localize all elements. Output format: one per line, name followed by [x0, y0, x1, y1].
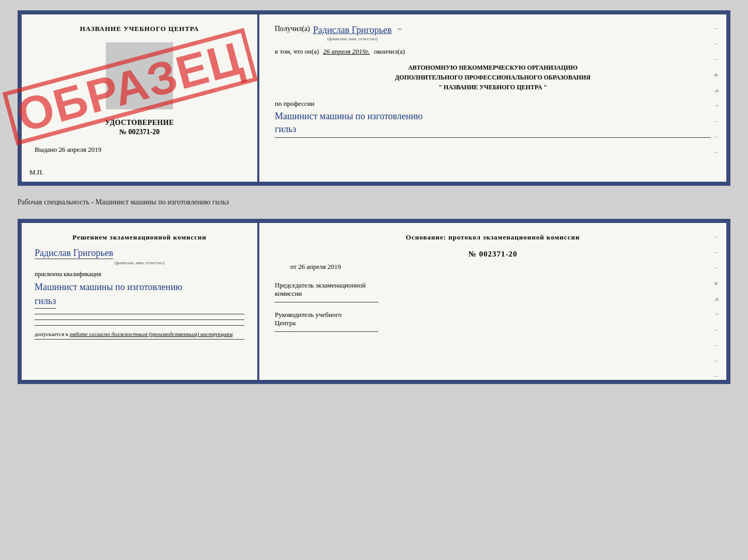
recipient-name-bottom: Радислав Григорьев	[35, 248, 113, 259]
rukovoditel-signature	[275, 331, 378, 332]
qual-line2: гильз	[35, 294, 56, 309]
top-left-panel: НАЗВАНИЕ УЧЕБНОГО ЦЕНТРА УДОСТОВЕРЕНИЕ №…	[22, 14, 259, 182]
org-line1: АВТОНОМНУЮ НЕКОММЕРЧЕСКУЮ ОРГАНИЗАЦИЮ	[275, 63, 711, 73]
v-tom-row: в том, что он(а) 26 апреля 2019г. окончи…	[275, 47, 711, 56]
resheniem-title: Решением экзаменационной комиссии	[35, 233, 244, 242]
ot-label: от	[290, 263, 297, 270]
bottom-line-3	[35, 325, 244, 326]
top-right-panel: Получил(а) Радислав Григорьев (фамилия, …	[259, 14, 726, 182]
bottom-left-panel: Решением экзаменационной комиссии Радисл…	[22, 223, 259, 380]
vydano-label: Выдано	[35, 146, 57, 153]
right-side-decorations: – – – и ,а ← – – –	[714, 25, 720, 155]
bottom-lines-left	[35, 314, 244, 326]
udostoverenie-label: УДОСТОВЕРЕНИЕ	[105, 119, 174, 127]
recipient-name-top: Радислав Григорьев	[313, 25, 392, 36]
between-label: Рабочая специальность - Машинист машины …	[18, 195, 730, 210]
photo-placeholder	[106, 42, 173, 109]
osnovanie-title: Основание: протокол экзаменационной коми…	[275, 233, 711, 242]
bottom-line-2	[35, 319, 244, 320]
po-professii-label: по профессии	[275, 100, 711, 108]
vydano-row: Выдано 26 апреля 2019	[35, 146, 101, 154]
predsedatel-block: Председатель экзаменационной комиссии	[275, 281, 711, 302]
predsedatel-line1: Председатель экзаменационной	[275, 281, 711, 290]
protocol-date-row: от 26 апреля 2019	[290, 263, 711, 271]
okonchil-label: окончил(а)	[374, 47, 405, 56]
dash-after-name: –	[398, 25, 401, 33]
protocol-date-value: 26 апреля 2019	[298, 263, 341, 270]
bottom-line-1	[35, 314, 244, 314]
prisvoena-label: присвоена квалификация	[35, 270, 244, 278]
organization-block: АВТОНОМНУЮ НЕКОММЕРЧЕСКУЮ ОРГАНИЗАЦИЮ ДО…	[275, 63, 711, 93]
bottom-name-block: Радислав Григорьев (фамилия, имя, отчест…	[35, 248, 244, 265]
edu-center-title-top: НАЗВАНИЕ УЧЕБНОГО ЦЕНТРА	[80, 25, 199, 33]
dopuskaetsya-row: допускается к работе согласно должностны…	[35, 331, 244, 337]
bottom-certificate: Решением экзаменационной комиссии Радисл…	[18, 219, 730, 384]
poluchil-row: Получил(а) Радислав Григорьев (фамилия, …	[275, 25, 711, 41]
rukovoditel-line1: Руководитель учебного	[275, 311, 711, 319]
org-line2: ДОПОЛНИТЕЛЬНОГО ПРОФЕССИОНАЛЬНОГО ОБРАЗО…	[275, 73, 711, 83]
bottom-right-panel: Основание: протокол экзаменационной коми…	[259, 223, 726, 380]
protocol-number: № 002371-20	[275, 250, 711, 259]
dopuskaetsya-label: допускается к	[35, 331, 68, 337]
mp-label: М.П.	[29, 168, 43, 177]
predsedatel-line2: комиссии	[275, 290, 711, 298]
org-name-quotes: " НАЗВАНИЕ УЧЕБНОГО ЦЕНТРА "	[275, 83, 711, 92]
certificate-number-top: № 002371-20	[119, 128, 160, 136]
right-side-decorations-bottom: – – – и ,а ← – – – –	[714, 233, 720, 379]
qualification-bottom: Машинист машины по изготовлению гильз	[35, 280, 244, 309]
qual-line1: Машинист машины по изготовлению	[35, 282, 182, 292]
predsedatel-signature	[275, 302, 378, 302]
fio-sublabel-top: (фамилия, имя, отчество)	[313, 36, 392, 41]
bottom-line-4	[35, 339, 244, 340]
dopuskaetsya-text: работе согласно должностным (производств…	[70, 331, 232, 337]
profession-line1: Машинист машины по изготовлению	[275, 111, 423, 121]
profession-line2: гильз	[275, 124, 296, 134]
fio-sublabel-bottom: (фамилия, имя, отчество)	[35, 260, 244, 265]
poluchil-label: Получил(а)	[275, 25, 310, 33]
v-tom-label: в том, что он(а)	[275, 47, 319, 56]
vydano-date: 26 апреля 2019	[59, 146, 102, 153]
rukovoditel-line2: Центра	[275, 319, 711, 327]
rukovoditel-block: Руководитель учебного Центра	[275, 311, 711, 332]
completion-date-top: 26 апреля 2019г.	[323, 47, 370, 56]
top-certificate: НАЗВАНИЕ УЧЕБНОГО ЦЕНТРА УДОСТОВЕРЕНИЕ №…	[18, 10, 730, 186]
profession-top: Машинист машины по изготовлению гильз	[275, 110, 711, 137]
